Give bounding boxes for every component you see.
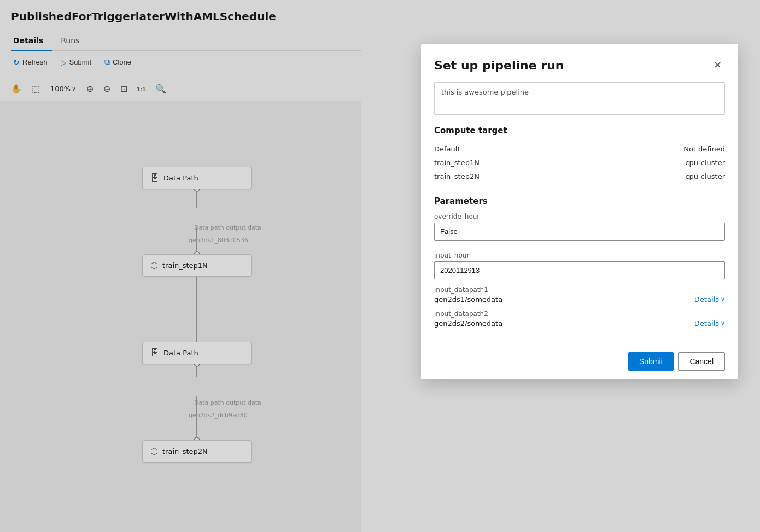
datapath1-details-link[interactable]: Details ∨ bbox=[694, 295, 725, 303]
compute-target-section: Compute target Default Not defined train… bbox=[434, 126, 725, 196]
datapath1-value: gen2ds1/somedata bbox=[434, 295, 502, 303]
setup-pipeline-modal: Set up pipeline run ✕ this is awesome pi… bbox=[421, 44, 738, 379]
datapath1-value-row: gen2ds1/somedata Details ∨ bbox=[434, 295, 725, 303]
input-hour-label: input_hour bbox=[434, 252, 725, 259]
compute-row-step2: train_step2N cpu-cluster bbox=[434, 169, 725, 183]
datapath2-row: input_datapath2 gen2ds2/somedata Details… bbox=[434, 310, 725, 328]
compute-target-heading: Compute target bbox=[434, 126, 725, 136]
modal-footer: Submit Cancel bbox=[421, 343, 738, 379]
datapath2-details-link[interactable]: Details ∨ bbox=[694, 319, 725, 328]
description-text: this is awesome pipeline bbox=[441, 88, 529, 96]
compute-value-step2: cpu-cluster bbox=[685, 172, 725, 180]
datapath1-chevron-icon: ∨ bbox=[721, 296, 725, 303]
compute-value-default: Not defined bbox=[683, 145, 725, 153]
parameters-heading: Parameters bbox=[434, 196, 725, 206]
modal-header: Set up pipeline run ✕ bbox=[421, 44, 738, 82]
description-box[interactable]: this is awesome pipeline bbox=[434, 82, 725, 115]
override-hour-input[interactable] bbox=[434, 223, 725, 241]
compute-target-table: Default Not defined train_step1N cpu-clu… bbox=[434, 142, 725, 183]
datapath1-details-label: Details bbox=[694, 295, 719, 303]
modal-close-button[interactable]: ✕ bbox=[710, 57, 725, 73]
parameters-section: Parameters override_hour input_hour inpu… bbox=[434, 196, 725, 343]
datapath2-value: gen2ds2/somedata bbox=[434, 319, 502, 328]
override-hour-label: override_hour bbox=[434, 213, 725, 220]
modal-submit-button[interactable]: Submit bbox=[628, 352, 674, 371]
compute-row-default: Default Not defined bbox=[434, 142, 725, 156]
compute-label-step2: train_step2N bbox=[434, 172, 480, 180]
modal-body[interactable]: this is awesome pipeline Compute target … bbox=[421, 82, 738, 343]
compute-value-step1: cpu-cluster bbox=[685, 159, 725, 167]
compute-label-default: Default bbox=[434, 145, 460, 153]
datapath1-row: input_datapath1 gen2ds1/somedata Details… bbox=[434, 286, 725, 303]
datapath1-label: input_datapath1 bbox=[434, 286, 725, 294]
datapath2-chevron-icon: ∨ bbox=[721, 320, 725, 327]
compute-label-step1: train_step1N bbox=[434, 159, 480, 167]
modal-title: Set up pipeline run bbox=[434, 59, 564, 72]
input-hour-input[interactable] bbox=[434, 261, 725, 279]
modal-overlay: Set up pipeline run ✕ this is awesome pi… bbox=[0, 0, 760, 532]
compute-row-step1: train_step1N cpu-cluster bbox=[434, 156, 725, 169]
modal-cancel-button[interactable]: Cancel bbox=[678, 352, 725, 371]
datapath2-label: input_datapath2 bbox=[434, 310, 725, 318]
datapath2-details-label: Details bbox=[694, 319, 719, 328]
datapath2-value-row: gen2ds2/somedata Details ∨ bbox=[434, 319, 725, 328]
